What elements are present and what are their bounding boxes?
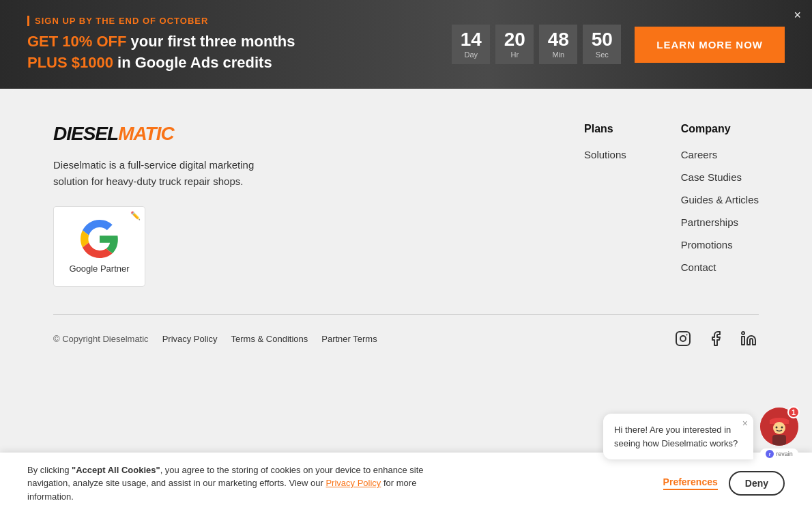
chat-widget: × Hi there! Are you interested in seeing… bbox=[603, 408, 798, 459]
footer-brand: DIESELMATIC Dieselmatic is a full-servic… bbox=[53, 123, 272, 287]
countdown-days: 14 Day bbox=[452, 25, 490, 64]
instagram-icon[interactable] bbox=[673, 328, 693, 349]
countdown-timer: 14 Day 20 Hr 48 Min 50 Sec bbox=[452, 25, 621, 64]
svg-rect-9 bbox=[772, 435, 786, 446]
footer-navigation: Plans Solutions Company Careers Case Stu… bbox=[584, 123, 759, 273]
footer-link-contact[interactable]: Contact bbox=[681, 261, 759, 273]
social-links bbox=[673, 328, 759, 349]
countdown-seconds: 50 Sec bbox=[583, 25, 621, 64]
partner-terms-link[interactable]: Partner Terms bbox=[321, 334, 377, 344]
footer-nav-col-plans: Plans Solutions bbox=[584, 123, 626, 273]
terms-conditions-link[interactable]: Terms & Conditions bbox=[231, 334, 308, 344]
svg-point-2 bbox=[686, 334, 688, 336]
google-partner-label: Google Partner bbox=[69, 263, 129, 274]
footer-link-case-studies[interactable]: Case Studies bbox=[681, 171, 759, 183]
privacy-policy-link[interactable]: Privacy Policy bbox=[162, 334, 218, 344]
countdown-minutes: 48 Min bbox=[539, 25, 577, 64]
chat-notification-badge: 1 bbox=[787, 406, 800, 418]
deny-button[interactable]: Deny bbox=[729, 471, 785, 496]
footer-link-careers[interactable]: Careers bbox=[681, 149, 759, 160]
banner-headline: GET 10% OFF your first three months PLUS… bbox=[27, 31, 295, 74]
footer: DIESELMATIC Dieselmatic is a full-servic… bbox=[12, 89, 800, 369]
promotional-banner: SIGN UP BY THE END OF OCTOBER GET 10% OF… bbox=[0, 0, 812, 89]
copyright-text: © Copyright Dieselmatic bbox=[53, 334, 149, 344]
revain-icon: r bbox=[766, 450, 774, 458]
facebook-icon[interactable] bbox=[706, 328, 726, 349]
chat-avatar-wrapper[interactable]: 1 r revain bbox=[760, 408, 798, 459]
cookie-actions: Preferences Deny bbox=[663, 471, 785, 496]
svg-point-1 bbox=[680, 336, 686, 341]
learn-more-button[interactable]: LEARN MORE NOW bbox=[635, 27, 785, 63]
countdown-hours: 20 Hr bbox=[495, 25, 534, 64]
svg-text:r: r bbox=[769, 452, 771, 457]
cookie-consent-banner: By clicking "Accept All Cookies", you ag… bbox=[0, 453, 812, 515]
close-banner-button[interactable]: × bbox=[794, 8, 801, 23]
banner-eyebrow: SIGN UP BY THE END OF OCTOBER bbox=[27, 16, 295, 26]
footer-bottom: © Copyright Dieselmatic Privacy Policy T… bbox=[53, 314, 759, 349]
chat-bubble: × Hi there! Are you interested in seeing… bbox=[603, 414, 753, 459]
footer-link-solutions[interactable]: Solutions bbox=[584, 149, 626, 160]
svg-point-10 bbox=[776, 427, 778, 429]
footer-logo: DIESELMATIC bbox=[53, 123, 272, 145]
footer-nav-col-company: Company Careers Case Studies Guides & Ar… bbox=[681, 123, 759, 273]
footer-link-partnerships[interactable]: Partnerships bbox=[681, 216, 759, 228]
google-partner-badge[interactable]: ✏️ Google Partner bbox=[53, 206, 145, 287]
footer-description: Dieselmatic is a full-service digital ma… bbox=[53, 157, 272, 190]
svg-rect-3 bbox=[742, 337, 744, 345]
chat-message: Hi there! Are you interested in seeing h… bbox=[614, 425, 738, 448]
footer-link-guides[interactable]: Guides & Articles bbox=[681, 194, 759, 205]
svg-point-8 bbox=[773, 422, 785, 434]
footer-link-promotions[interactable]: Promotions bbox=[681, 239, 759, 251]
revain-logo: r revain bbox=[760, 448, 798, 459]
footer-nav-col1-title: Plans bbox=[584, 123, 626, 135]
svg-rect-0 bbox=[676, 332, 690, 345]
chat-close-button[interactable]: × bbox=[742, 418, 748, 429]
svg-point-4 bbox=[742, 332, 744, 334]
footer-nav-col2-title: Company bbox=[681, 123, 759, 135]
preferences-button[interactable]: Preferences bbox=[663, 476, 718, 490]
linkedin-icon[interactable] bbox=[738, 328, 759, 349]
cookie-privacy-link[interactable]: Privacy Policy bbox=[325, 478, 381, 488]
cookie-text: By clicking "Accept All Cookies", you ag… bbox=[27, 463, 437, 504]
edit-icon: ✏️ bbox=[130, 211, 141, 220]
google-logo bbox=[81, 220, 119, 258]
svg-point-11 bbox=[781, 427, 783, 429]
